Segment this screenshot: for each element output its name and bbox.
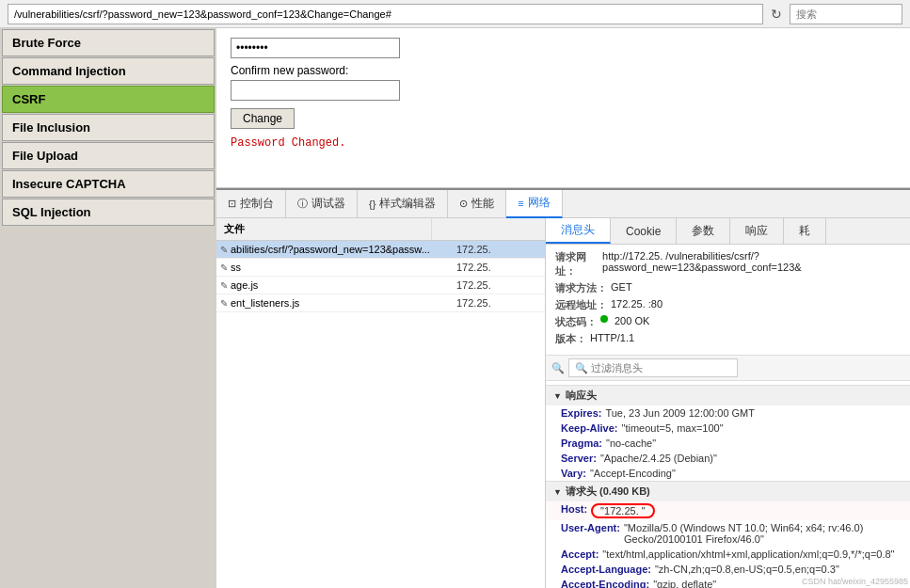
filter-icon: 🔍: [551, 362, 565, 374]
header-key: Accept:: [561, 548, 599, 560]
file-name-3: ent_listeners.js: [231, 297, 456, 309]
header-key: Accept-Encoding:: [561, 579, 649, 588]
sidebar-item-fileupload[interactable]: File Upload: [2, 142, 215, 169]
header-row-server: Server: "Apache/2.4.25 (Debian)": [546, 451, 910, 466]
request-section-label: 请求头 (0.490 KB): [566, 485, 650, 499]
file-list-header: 文件: [216, 218, 545, 241]
tab-performance-label: 性能: [471, 196, 494, 212]
tab-styleeditor[interactable]: {} 样式编辑器: [358, 190, 448, 218]
refresh-button[interactable]: ↻: [771, 7, 782, 22]
network-icon: ≡: [518, 198, 523, 209]
file-name-1: ss: [231, 262, 456, 273]
header-row-pragma: Pragma: "no-cache": [546, 436, 910, 451]
sub-tabs: 消息头 Cookie 参数 响应 耗: [546, 218, 910, 245]
confirm-password-input[interactable]: [231, 80, 400, 101]
remote-row: 远程地址： 172.25. :80: [555, 298, 901, 312]
tab-styleeditor-label: 样式编辑器: [379, 196, 436, 212]
header-row-host: Host: "172.25. ": [546, 501, 910, 520]
request-details: 消息头 Cookie 参数 响应 耗 请求网址： http://172.25. …: [546, 218, 910, 588]
search-input[interactable]: [790, 4, 902, 24]
file-icon-3: ✎: [220, 298, 228, 309]
method-row: 请求方法： GET: [555, 281, 901, 295]
tab-debugger-label: 调试器: [311, 196, 345, 212]
remote-label: 远程地址：: [555, 298, 607, 312]
header-row-keepalive: Keep-Alive: "timeout=5, max=100": [546, 421, 910, 436]
sub-tab-params[interactable]: 参数: [677, 218, 730, 244]
devtools-panel: ⊡ 控制台 ⓘ 调试器 {} 样式编辑器 ⊙ 性能 ≡ 网络: [216, 188, 910, 588]
header-row-acceptlang: Accept-Language: "zh-CN,zh;q=0.8,en-US;q…: [546, 562, 910, 577]
response-section-label: 响应头: [566, 389, 597, 403]
file-icon-2: ✎: [220, 280, 228, 291]
file-row[interactable]: ✎ age.js 172.25.: [216, 277, 545, 294]
tab-console-label: 控制台: [240, 196, 274, 212]
file-ip-0: 172.25.: [456, 244, 541, 255]
change-button[interactable]: Change: [231, 108, 295, 129]
header-value: "gzip, deflate": [653, 579, 716, 588]
tab-debugger[interactable]: ⓘ 调试器: [286, 190, 358, 218]
sidebar-item-csrf[interactable]: CSRF: [2, 86, 215, 113]
response-headers-section[interactable]: ▼ 响应头: [546, 385, 910, 405]
file-row[interactable]: ✎ ent_listeners.js 172.25.: [216, 294, 545, 312]
header-value: "text/html,application/xhtml+xml,applica…: [602, 548, 894, 560]
headers-filter: 🔍: [546, 356, 910, 381]
sidebar-item-insecurecaptcha[interactable]: Insecure CAPTCHA: [2, 170, 215, 198]
tab-network-label: 网络: [528, 195, 551, 211]
header-value: "Apache/2.4.25 (Debian)": [600, 453, 717, 464]
sidebar-item-sqlinjection[interactable]: SQL Injection: [2, 199, 215, 226]
main-container: Brute Force Command Injection CSRF File …: [0, 28, 910, 588]
content-area: Confirm new password: Change Password Ch…: [216, 28, 910, 588]
header-key: Accept-Language:: [561, 564, 651, 575]
collapse-icon: ▼: [553, 391, 562, 401]
watermark: CSDN hat/weixin_42955985: [802, 577, 908, 586]
file-ip-1: 172.25.: [456, 262, 541, 273]
file-row[interactable]: ✎ abilities/csrf/?password_new=123&passw…: [216, 241, 545, 259]
file-ip-2: 172.25.: [456, 279, 541, 291]
col-ip: [451, 218, 545, 240]
url-bar[interactable]: [8, 4, 763, 24]
status-label: 状态码：: [555, 315, 597, 329]
col-file: 文件: [216, 218, 432, 240]
sidebar-item-bruteforce[interactable]: Brute Force: [2, 29, 215, 56]
sub-tab-response[interactable]: 响应: [730, 218, 784, 244]
header-value: "Accept-Encoding": [590, 468, 676, 479]
header-key-host: Host:: [561, 503, 587, 518]
tab-performance[interactable]: ⊙ 性能: [448, 190, 506, 218]
header-key: Expires:: [561, 407, 601, 419]
request-headers-section[interactable]: ▼ 请求头 (0.490 KB): [546, 481, 910, 501]
sub-tab-timing[interactable]: 耗: [784, 218, 826, 244]
file-row[interactable]: ✎ ss 172.25.: [216, 259, 545, 277]
version-row: 版本： HTTP/1.1: [555, 332, 901, 346]
sidebar-item-fileinclusion[interactable]: File Inclusion: [2, 114, 215, 141]
success-message: Password Changed.: [231, 136, 896, 150]
network-panel: 文件 ✎ abilities/csrf/?password_new=123&pa…: [216, 218, 910, 588]
header-value: "timeout=5, max=100": [622, 422, 724, 434]
sub-tab-headers[interactable]: 消息头: [546, 218, 611, 244]
col-small: [432, 218, 451, 240]
console-icon: ⊡: [228, 198, 236, 210]
tab-console[interactable]: ⊡ 控制台: [216, 190, 286, 218]
header-value: "no-cache": [606, 437, 656, 449]
sub-tab-cookie[interactable]: Cookie: [611, 218, 677, 244]
status-indicator: [600, 315, 608, 323]
filter-input[interactable]: [568, 358, 738, 377]
password-form: Confirm new password: Change Password Ch…: [216, 28, 910, 188]
devtools-toolbar: ⊡ 控制台 ⓘ 调试器 {} 样式编辑器 ⊙ 性能 ≡ 网络: [216, 190, 910, 218]
header-key: Vary:: [561, 468, 586, 479]
file-name-2: age.js: [231, 279, 456, 291]
new-password-input[interactable]: [231, 38, 400, 58]
header-value: "Mozilla/5.0 (Windows NT 10.0; Win64; x6…: [624, 522, 895, 545]
performance-icon: ⊙: [459, 198, 468, 210]
header-row-expires: Expires: Tue, 23 Jun 2009 12:00:00 GMT: [546, 405, 910, 421]
browser-bar: ↻: [0, 0, 910, 28]
url-value: http://172.25. /vulnerabilities/csrf/?pa…: [602, 250, 901, 278]
tab-network[interactable]: ≡ 网络: [506, 190, 562, 218]
header-value: Tue, 23 Jun 2009 12:00:00 GMT: [605, 407, 755, 419]
file-icon-1: ✎: [220, 262, 228, 273]
headers-list: ▼ 响应头 Expires: Tue, 23 Jun 2009 12:00:00…: [546, 381, 910, 588]
header-value-host: "172.25. ": [591, 503, 655, 518]
sidebar-item-commandinjection[interactable]: Command Injection: [2, 57, 215, 85]
method-value: GET: [611, 281, 632, 295]
header-row-vary: Vary: "Accept-Encoding": [546, 466, 910, 481]
header-key: Keep-Alive:: [561, 422, 618, 434]
file-name-0: abilities/csrf/?password_new=123&passw..…: [231, 244, 456, 255]
